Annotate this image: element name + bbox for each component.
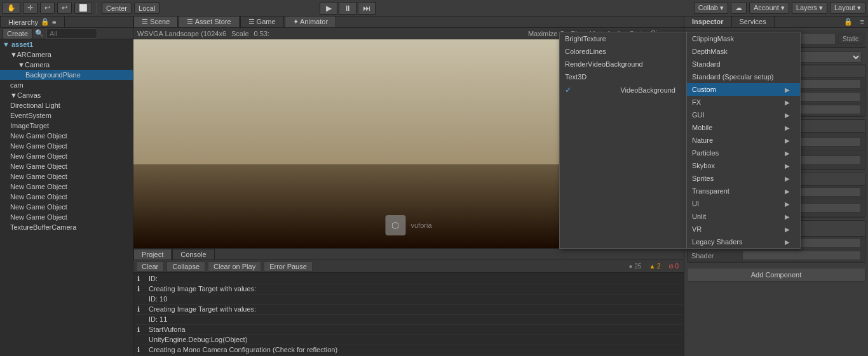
bright-texture-label: BrightTexture: [565, 35, 606, 43]
layout-button[interactable]: Layout ▾: [830, 2, 865, 14]
project-tab[interactable]: Project: [133, 249, 172, 260]
collab-button[interactable]: Collab ▾: [694, 2, 728, 14]
gui-item[interactable]: GUI ▶: [687, 109, 800, 121]
hand-tool-button[interactable]: ✋: [3, 2, 20, 14]
shader-row: Shader: [688, 249, 865, 262]
list-item[interactable]: ▼ Camera: [0, 60, 133, 70]
list-item[interactable]: ▼ Canvas: [0, 90, 133, 100]
legacy-shaders-arrow-icon: ▶: [785, 239, 790, 246]
layers-button[interactable]: Layers ▾: [792, 2, 827, 14]
console-toolbar: Clear Collapse Clear on Play Error Pause…: [133, 260, 684, 273]
list-item[interactable]: cam: [0, 80, 133, 90]
hierarchy-tree: ▼ asset1 ▼ ARCamera ▼ Camera BackgroundP…: [0, 39, 133, 356]
text3d-label: Text3D: [565, 73, 587, 81]
particles-item[interactable]: Particles ▶: [687, 147, 800, 159]
hierarchy-tab[interactable]: Hierarchy 🔒 ≡: [0, 16, 65, 27]
console-line[interactable]: ℹ Creating Image Target with values:: [135, 284, 682, 294]
asset-triangle-icon: ▼: [3, 41, 10, 48]
account-button[interactable]: Account ▾: [749, 2, 789, 14]
list-item[interactable]: New Game Object: [0, 181, 133, 192]
unlit-item[interactable]: Unlit ▶: [687, 210, 800, 223]
clear-button[interactable]: Clear: [136, 261, 164, 272]
redo-button[interactable]: ↩: [57, 2, 72, 14]
mobile-arrow-icon: ▶: [785, 124, 790, 131]
transparent-item[interactable]: Transparent ▶: [687, 185, 800, 197]
custom-item[interactable]: Custom ▶: [687, 83, 800, 96]
list-item[interactable]: New Game Object: [0, 141, 133, 151]
fx-item[interactable]: FX ▶: [687, 96, 800, 109]
asset-store-tab[interactable]: ☰ Asset Store: [179, 16, 239, 27]
console-line[interactable]: UnityEngine.Debug:Log(Object): [135, 335, 682, 345]
play-button[interactable]: ▶: [320, 2, 337, 15]
list-item[interactable]: TextureBufferCamera: [0, 222, 133, 232]
list-item[interactable]: New Game Object: [0, 202, 133, 212]
console-line[interactable]: ℹ Creating Image Target with values:: [135, 305, 682, 315]
hierarchy-create-button[interactable]: Create: [3, 28, 32, 39]
standard-item[interactable]: Standard: [687, 58, 800, 70]
list-item[interactable]: New Game Object: [0, 192, 133, 202]
clear-on-play-button[interactable]: Clear on Play: [208, 261, 261, 272]
inspector-lock-icon[interactable]: 🔒: [840, 16, 857, 27]
console-text: Creating a Mono Camera Configuration (Ch…: [149, 346, 680, 353]
error-pause-button[interactable]: Error Pause: [264, 261, 313, 272]
list-item[interactable]: New Game Object: [0, 151, 133, 161]
rect-tool-button[interactable]: ⬜: [74, 2, 92, 14]
scene-tab[interactable]: ☰ Scene: [133, 16, 178, 27]
shader-input[interactable]: [742, 251, 861, 260]
list-item[interactable]: BackgroundPlane: [0, 70, 133, 80]
step-button[interactable]: ⏭: [358, 2, 376, 15]
cloud-button[interactable]: ☁: [731, 2, 747, 14]
add-component-button[interactable]: Add Component: [687, 268, 865, 282]
standard-specular-item[interactable]: Standard (Specular setup): [687, 70, 800, 83]
list-item[interactable]: New Game Object: [0, 161, 133, 171]
nature-label: Nature: [692, 136, 713, 144]
hierarchy-asset-header[interactable]: ▼ asset1: [0, 39, 133, 49]
sprites-item[interactable]: Sprites ▶: [687, 172, 800, 185]
nature-item[interactable]: Nature ▶: [687, 134, 800, 147]
inspector-tab[interactable]: Inspector: [684, 16, 732, 27]
center-button[interactable]: Center: [102, 3, 132, 14]
render-video-background-item[interactable]: RenderVideoBackground: [560, 58, 686, 70]
list-item[interactable]: ▼ ARCamera: [0, 49, 133, 60]
list-item[interactable]: Directional Light: [0, 100, 133, 110]
list-item[interactable]: EventSystem: [0, 110, 133, 121]
center-tab-bar: ☰ Scene ☰ Asset Store ☰ Game ✦ Animator: [133, 16, 684, 28]
mobile-item[interactable]: Mobile ▶: [687, 121, 800, 134]
console-line[interactable]: ℹ Creating a Mono Camera Configuration (…: [135, 345, 682, 355]
game-tab[interactable]: ☰ Game: [240, 16, 284, 27]
inspector-menu-icon[interactable]: ≡: [857, 16, 868, 27]
shader-label: Shader: [691, 252, 742, 260]
console-tab[interactable]: Console: [172, 249, 214, 260]
console-line[interactable]: ℹ StartVuforia: [135, 325, 682, 335]
legacy-shaders-item[interactable]: Legacy Shaders ▶: [687, 235, 800, 248]
skybox-item[interactable]: Skybox ▶: [687, 159, 800, 172]
console-line[interactable]: ID: 10: [135, 294, 682, 305]
depth-mask-item[interactable]: DepthMask: [687, 45, 800, 58]
video-background-item[interactable]: ✓ VideoBackground: [560, 83, 686, 97]
bright-texture-item[interactable]: BrightTexture: [560, 32, 686, 45]
services-tab[interactable]: Services: [732, 16, 775, 27]
legacy-shaders-label: Legacy Shaders: [692, 238, 743, 246]
collapse-button[interactable]: Collapse: [166, 261, 205, 272]
fx-label: FX: [692, 98, 701, 106]
move-tool-button[interactable]: ✛: [23, 2, 37, 14]
console-log: ℹ ID: ℹ Creating Image Target with value…: [133, 273, 684, 356]
list-item[interactable]: New Game Object: [0, 131, 133, 141]
console-line[interactable]: ℹ ID:: [135, 274, 682, 284]
list-item[interactable]: New Game Object: [0, 171, 133, 181]
list-item[interactable]: New Game Object: [0, 212, 133, 222]
animator-tab[interactable]: ✦ Animator: [285, 16, 336, 27]
text3d-item[interactable]: Text3D: [560, 70, 686, 83]
colored-lines-item[interactable]: ColoredLines: [560, 45, 686, 58]
ui-item[interactable]: UI ▶: [687, 197, 800, 210]
vr-item[interactable]: VR ▶: [687, 223, 800, 235]
pause-button[interactable]: ⏸: [339, 2, 356, 15]
list-item[interactable]: ImageTarget: [0, 121, 133, 131]
clipping-mask-item[interactable]: ClippingMask: [687, 32, 800, 45]
console-line[interactable]: ID: 11: [135, 315, 682, 325]
local-button[interactable]: Local: [134, 3, 159, 14]
hierarchy-search-input[interactable]: [46, 29, 97, 39]
undo-button[interactable]: ↩: [40, 2, 55, 14]
divider1: [97, 3, 97, 14]
sprites-arrow-icon: ▶: [785, 175, 790, 182]
